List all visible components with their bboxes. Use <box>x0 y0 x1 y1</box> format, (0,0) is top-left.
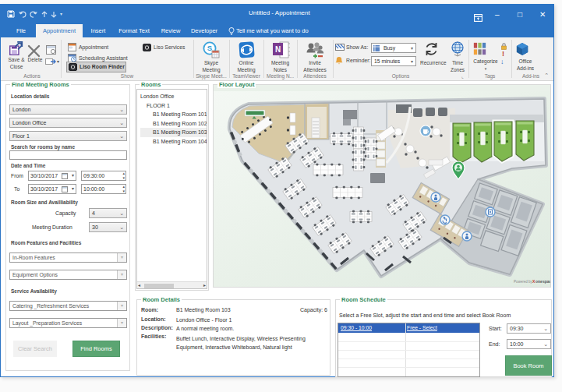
svg-text:onespace: onespace <box>535 279 550 284</box>
svg-text:S: S <box>207 44 212 52</box>
svg-text:N: N <box>275 45 281 54</box>
svg-text:Powered by: Powered by <box>514 280 533 284</box>
